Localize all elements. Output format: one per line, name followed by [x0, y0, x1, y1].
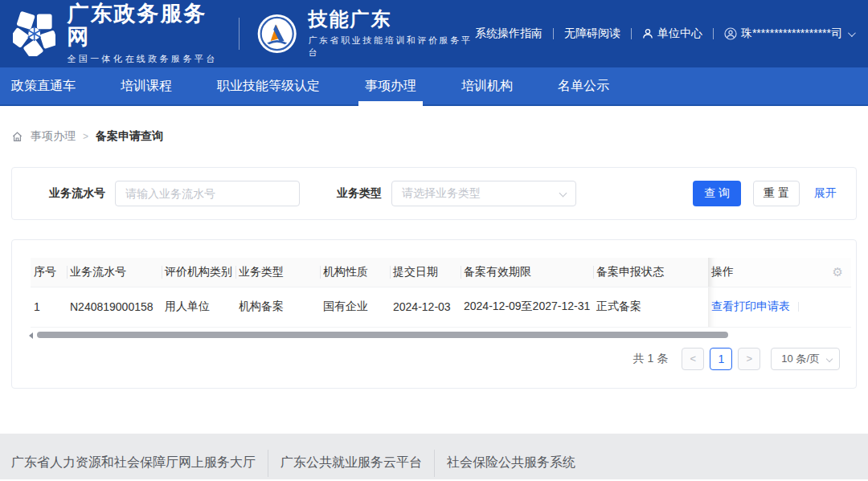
home-icon[interactable]	[11, 131, 23, 143]
site-title: 广东政务服务网	[67, 2, 223, 48]
header-links: 系统操作指南 无障碍阅读 单位中心 珠******************司	[475, 26, 854, 41]
cell-submit-date: 2024-12-03	[390, 287, 461, 327]
main-navigation: 政策直通车 培训课程 职业技能等级认定 事项办理 培训机构 名单公示	[0, 67, 868, 106]
gear-icon[interactable]: ⚙	[833, 265, 843, 279]
prev-page-button[interactable]: <	[682, 348, 704, 370]
cell-actions: 查看打印申请表	[708, 287, 851, 327]
filter-actions: 查 询 重 置 展开	[693, 181, 837, 206]
breadcrumb-current: 备案申请查询	[96, 129, 163, 144]
cell-seq: 1	[31, 287, 67, 327]
platform-title-block: 技能广东 广东省职业技能培训和评价服务平台	[308, 9, 475, 59]
expand-link[interactable]: 展开	[814, 186, 837, 201]
nav-item-courses[interactable]: 培训课程	[121, 67, 172, 105]
results-panel: 序号 业务流水号 评价机构类别 业务类型 机构性质 提交日期 备案有效期限 备案…	[11, 239, 857, 389]
footer-link-hrss-hall[interactable]: 广东省人力资源和社会保障厅网上服务大厅	[11, 455, 256, 471]
chevron-down-icon	[559, 190, 567, 198]
header-link-separator	[631, 28, 632, 39]
platform-subtitle: 广东省职业技能培训和评价服务平台	[308, 35, 475, 59]
nav-item-matters[interactable]: 事项办理	[365, 67, 416, 105]
system-guide-link[interactable]: 系统操作指南	[475, 26, 542, 41]
cell-validity-period: 2024-12-09至2027-12-31	[461, 287, 593, 327]
filter-panel: 业务流水号 业务类型 请选择业务类型 查 询 重 置 展开	[11, 167, 857, 220]
table-header-row: 序号 业务流水号 评价机构类别 业务类型 机构性质 提交日期 备案有效期限 备案…	[31, 258, 851, 287]
page-size-value: 10 条/页	[781, 352, 820, 366]
footer-link-employment-cloud[interactable]: 广东公共就业服务云平台	[280, 455, 422, 471]
header-link-separator	[553, 28, 554, 39]
serial-number-label: 业务流水号	[49, 186, 105, 201]
breadcrumb-separator: >	[83, 131, 88, 142]
footer-link-social-insurance[interactable]: 社会保险公共服务系统	[447, 455, 575, 471]
action-divider	[798, 302, 799, 312]
footer-divider	[268, 450, 268, 477]
unit-center-label: 单位中心	[657, 26, 702, 41]
skills-guangdong-emblem-icon	[256, 11, 298, 56]
avatar-icon	[724, 27, 737, 40]
user-menu[interactable]: 珠******************司	[724, 26, 854, 41]
table-row: 1 N240819000158 用人单位 机构备案 国有企业 2024-12-0…	[31, 287, 851, 327]
brand-divider	[239, 18, 240, 50]
chevron-down-icon	[826, 355, 833, 361]
cell-evaluator-category: 用人单位	[162, 287, 235, 327]
gdzwfw-pinwheel-logo-icon	[13, 11, 55, 56]
nav-item-policy[interactable]: 政策直通车	[11, 67, 76, 105]
col-submit-date: 提交日期	[390, 258, 461, 287]
col-validity-period: 备案有效期限	[461, 258, 593, 287]
site-subtitle: 全国一体化在线政务服务平台	[67, 53, 223, 65]
page-size-select[interactable]: 10 条/页	[771, 348, 840, 370]
accessibility-link[interactable]: 无障碍阅读	[564, 26, 620, 41]
scrollbar-thumb[interactable]	[37, 332, 728, 338]
top-header: 广东政务服务网 全国一体化在线政务服务平台 技能广东 广东省职业技能培训和评价服…	[0, 0, 868, 67]
cell-org-nature: 国有企业	[320, 287, 390, 327]
unit-center-link[interactable]: 单位中心	[642, 26, 702, 41]
username: 珠******************司	[741, 26, 842, 41]
page-1-button[interactable]: 1	[710, 348, 732, 370]
cell-filing-status: 正式备案	[593, 287, 708, 327]
nav-item-training-orgs[interactable]: 培训机构	[461, 67, 513, 105]
view-print-application-link[interactable]: 查看打印申请表	[711, 300, 790, 312]
pagination-total: 共 1 条	[633, 352, 669, 366]
business-type-select[interactable]: 请选择业务类型	[391, 181, 576, 206]
next-page-button[interactable]: >	[738, 348, 760, 370]
cell-serial: N240819000158	[67, 287, 162, 327]
nav-item-skill-certification[interactable]: 职业技能等级认定	[217, 67, 320, 105]
reset-button[interactable]: 重 置	[753, 181, 800, 206]
col-actions-label: 操作	[711, 265, 734, 279]
serial-number-input[interactable]	[115, 181, 300, 206]
person-icon	[642, 28, 653, 39]
chevron-down-icon	[848, 29, 856, 37]
business-type-placeholder: 请选择业务类型	[402, 186, 481, 201]
site-title-block: 广东政务服务网 全国一体化在线政务服务平台	[67, 2, 223, 65]
scroll-left-arrow-icon[interactable]	[29, 332, 33, 339]
col-org-nature: 机构性质	[320, 258, 390, 287]
cell-business-type: 机构备案	[235, 287, 320, 327]
search-button[interactable]: 查 询	[693, 181, 741, 206]
breadcrumb: 事项办理 > 备案申请查询	[11, 128, 868, 145]
col-business-type: 业务类型	[235, 258, 320, 287]
col-evaluator-category: 评价机构类别	[162, 258, 235, 287]
pagination: 共 1 条 < 1 > 10 条/页	[31, 348, 840, 370]
col-seq: 序号	[31, 258, 67, 287]
platform-title: 技能广东	[308, 9, 475, 30]
breadcrumb-section[interactable]: 事项办理	[31, 129, 76, 144]
horizontal-scrollbar	[31, 330, 868, 340]
col-actions: 操作 ⚙	[708, 258, 851, 287]
footer-divider	[434, 450, 435, 477]
col-filing-status: 备案申报状态	[593, 258, 708, 287]
brand-area: 广东政务服务网 全国一体化在线政务服务平台 技能广东 广东省职业技能培训和评价服…	[13, 2, 475, 65]
nav-item-public-list[interactable]: 名单公示	[558, 67, 609, 105]
results-table: 序号 业务流水号 评价机构类别 业务类型 机构性质 提交日期 备案有效期限 备案…	[31, 258, 851, 328]
footer: 广东省人力资源和社会保障厅网上服务大厅 广东公共就业服务云平台 社会保险公共服务…	[0, 434, 868, 479]
header-link-separator	[713, 28, 714, 39]
col-serial: 业务流水号	[67, 258, 162, 287]
business-type-label: 业务类型	[337, 186, 382, 201]
